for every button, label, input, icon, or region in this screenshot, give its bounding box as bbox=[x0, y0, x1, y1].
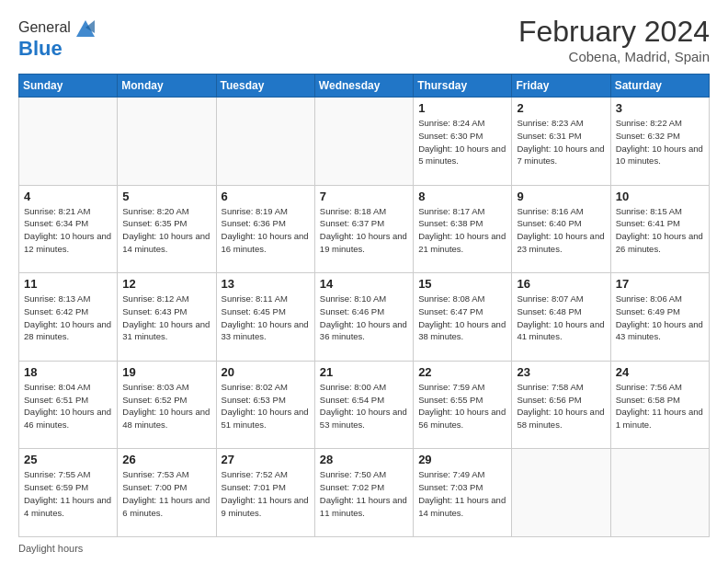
day-number: 16 bbox=[517, 277, 605, 291]
calendar-day-cell: 9Sunrise: 8:16 AM Sunset: 6:40 PM Daylig… bbox=[512, 185, 610, 273]
calendar-day-cell: 12Sunrise: 8:12 AM Sunset: 6:43 PM Dayli… bbox=[118, 273, 216, 362]
day-info: Sunrise: 8:06 AM Sunset: 6:49 PM Dayligh… bbox=[616, 293, 704, 343]
title-location: Cobena, Madrid, Spain bbox=[518, 49, 710, 64]
calendar-header-cell: Monday bbox=[118, 75, 216, 98]
day-info: Sunrise: 8:12 AM Sunset: 6:43 PM Dayligh… bbox=[122, 293, 210, 343]
calendar-day-cell bbox=[610, 449, 709, 537]
day-info: Sunrise: 8:19 AM Sunset: 6:36 PM Dayligh… bbox=[222, 205, 310, 256]
day-number: 9 bbox=[517, 190, 605, 203]
day-info: Sunrise: 7:58 AM Sunset: 6:56 PM Dayligh… bbox=[517, 381, 605, 431]
calendar-day-cell: 18Sunrise: 8:04 AM Sunset: 6:51 PM Dayli… bbox=[19, 361, 118, 449]
calendar-day-cell: 23Sunrise: 7:58 AM Sunset: 6:56 PM Dayli… bbox=[512, 361, 610, 449]
day-info: Sunrise: 8:03 AM Sunset: 6:52 PM Dayligh… bbox=[122, 381, 210, 431]
logo-general: General bbox=[18, 19, 71, 36]
day-number: 14 bbox=[320, 277, 408, 291]
header: General Blue February 2024 Cobena, Madri… bbox=[18, 15, 710, 64]
day-number: 19 bbox=[122, 365, 210, 379]
day-number: 11 bbox=[24, 277, 112, 291]
calendar-day-cell bbox=[118, 98, 216, 186]
day-info: Sunrise: 8:21 AM Sunset: 6:34 PM Dayligh… bbox=[24, 205, 112, 256]
calendar-header-cell: Friday bbox=[512, 75, 610, 98]
day-info: Sunrise: 7:49 AM Sunset: 7:03 PM Dayligh… bbox=[418, 468, 506, 519]
calendar-day-cell bbox=[216, 98, 314, 186]
day-number: 12 bbox=[122, 277, 210, 291]
day-number: 26 bbox=[122, 453, 210, 466]
day-info: Sunrise: 7:56 AM Sunset: 6:58 PM Dayligh… bbox=[616, 381, 704, 431]
calendar-day-cell: 28Sunrise: 7:50 AM Sunset: 7:02 PM Dayli… bbox=[314, 449, 413, 537]
day-info: Sunrise: 8:02 AM Sunset: 6:53 PM Dayligh… bbox=[222, 381, 310, 431]
calendar-day-cell: 1Sunrise: 8:24 AM Sunset: 6:30 PM Daylig… bbox=[414, 98, 512, 186]
day-info: Sunrise: 7:53 AM Sunset: 7:00 PM Dayligh… bbox=[122, 468, 210, 519]
calendar-table: SundayMondayTuesdayWednesdayThursdayFrid… bbox=[18, 74, 710, 537]
calendar-day-cell: 7Sunrise: 8:18 AM Sunset: 6:37 PM Daylig… bbox=[314, 185, 413, 273]
calendar-day-cell: 19Sunrise: 8:03 AM Sunset: 6:52 PM Dayli… bbox=[118, 361, 216, 449]
calendar-day-cell: 13Sunrise: 8:11 AM Sunset: 6:45 PM Dayli… bbox=[216, 273, 314, 362]
calendar-header-cell: Thursday bbox=[414, 75, 512, 98]
day-number: 18 bbox=[24, 365, 112, 379]
calendar-day-cell: 24Sunrise: 7:56 AM Sunset: 6:58 PM Dayli… bbox=[610, 361, 709, 449]
calendar-day-cell: 11Sunrise: 8:13 AM Sunset: 6:42 PM Dayli… bbox=[19, 273, 118, 362]
calendar-day-cell: 5Sunrise: 8:20 AM Sunset: 6:35 PM Daylig… bbox=[118, 185, 216, 273]
calendar-day-cell: 17Sunrise: 8:06 AM Sunset: 6:49 PM Dayli… bbox=[610, 273, 709, 362]
day-number: 27 bbox=[222, 453, 310, 466]
calendar-day-cell: 27Sunrise: 7:52 AM Sunset: 7:01 PM Dayli… bbox=[216, 449, 314, 537]
day-info: Sunrise: 7:50 AM Sunset: 7:02 PM Dayligh… bbox=[320, 468, 408, 519]
day-info: Sunrise: 8:18 AM Sunset: 6:37 PM Dayligh… bbox=[320, 205, 408, 256]
calendar-week-row: 25Sunrise: 7:55 AM Sunset: 6:59 PM Dayli… bbox=[19, 449, 710, 537]
day-number: 15 bbox=[418, 277, 506, 291]
day-number: 4 bbox=[24, 190, 112, 203]
day-number: 8 bbox=[418, 190, 506, 203]
calendar-day-cell: 3Sunrise: 8:22 AM Sunset: 6:32 PM Daylig… bbox=[610, 98, 709, 186]
day-number: 5 bbox=[122, 190, 210, 203]
logo: General Blue bbox=[18, 15, 98, 61]
calendar-header-cell: Saturday bbox=[610, 75, 709, 98]
day-info: Sunrise: 8:15 AM Sunset: 6:41 PM Dayligh… bbox=[616, 205, 704, 256]
calendar-header-cell: Wednesday bbox=[314, 75, 413, 98]
day-number: 17 bbox=[616, 277, 704, 291]
calendar-week-row: 18Sunrise: 8:04 AM Sunset: 6:51 PM Dayli… bbox=[19, 361, 710, 449]
day-number: 3 bbox=[616, 101, 704, 115]
day-number: 1 bbox=[418, 101, 506, 115]
calendar-week-row: 11Sunrise: 8:13 AM Sunset: 6:42 PM Dayli… bbox=[19, 273, 710, 362]
calendar-header-cell: Tuesday bbox=[216, 75, 314, 98]
calendar-day-cell: 21Sunrise: 8:00 AM Sunset: 6:54 PM Dayli… bbox=[314, 361, 413, 449]
calendar-day-cell: 15Sunrise: 8:08 AM Sunset: 6:47 PM Dayli… bbox=[414, 273, 512, 362]
calendar-body: 1Sunrise: 8:24 AM Sunset: 6:30 PM Daylig… bbox=[19, 98, 710, 537]
day-number: 2 bbox=[517, 101, 605, 115]
calendar-week-row: 1Sunrise: 8:24 AM Sunset: 6:30 PM Daylig… bbox=[19, 98, 710, 186]
day-info: Sunrise: 8:17 AM Sunset: 6:38 PM Dayligh… bbox=[418, 205, 506, 256]
day-info: Sunrise: 7:55 AM Sunset: 6:59 PM Dayligh… bbox=[24, 468, 112, 519]
logo-icon bbox=[73, 15, 98, 40]
calendar-day-cell: 4Sunrise: 8:21 AM Sunset: 6:34 PM Daylig… bbox=[19, 185, 118, 273]
day-number: 28 bbox=[320, 453, 408, 466]
day-number: 20 bbox=[222, 365, 310, 379]
footer: Daylight hours bbox=[18, 543, 710, 554]
calendar-day-cell: 10Sunrise: 8:15 AM Sunset: 6:41 PM Dayli… bbox=[610, 185, 709, 273]
calendar-day-cell: 29Sunrise: 7:49 AM Sunset: 7:03 PM Dayli… bbox=[414, 449, 512, 537]
day-info: Sunrise: 8:11 AM Sunset: 6:45 PM Dayligh… bbox=[222, 293, 310, 343]
day-info: Sunrise: 8:22 AM Sunset: 6:32 PM Dayligh… bbox=[616, 117, 704, 167]
calendar-day-cell: 2Sunrise: 8:23 AM Sunset: 6:31 PM Daylig… bbox=[512, 98, 610, 186]
day-info: Sunrise: 8:20 AM Sunset: 6:35 PM Dayligh… bbox=[122, 205, 210, 256]
calendar-day-cell: 8Sunrise: 8:17 AM Sunset: 6:38 PM Daylig… bbox=[414, 185, 512, 273]
calendar-day-cell: 20Sunrise: 8:02 AM Sunset: 6:53 PM Dayli… bbox=[216, 361, 314, 449]
day-number: 23 bbox=[517, 365, 605, 379]
daylight-label: Daylight hours bbox=[18, 543, 83, 554]
calendar-day-cell bbox=[512, 449, 610, 537]
day-info: Sunrise: 8:00 AM Sunset: 6:54 PM Dayligh… bbox=[320, 381, 408, 431]
day-info: Sunrise: 8:10 AM Sunset: 6:46 PM Dayligh… bbox=[320, 293, 408, 343]
calendar-week-row: 4Sunrise: 8:21 AM Sunset: 6:34 PM Daylig… bbox=[19, 185, 710, 273]
day-number: 13 bbox=[222, 277, 310, 291]
title-month: February 2024 bbox=[518, 15, 710, 49]
day-number: 10 bbox=[616, 190, 704, 203]
calendar-day-cell: 6Sunrise: 8:19 AM Sunset: 6:36 PM Daylig… bbox=[216, 185, 314, 273]
calendar-day-cell bbox=[19, 98, 118, 186]
calendar-header-row: SundayMondayTuesdayWednesdayThursdayFrid… bbox=[19, 75, 710, 98]
day-info: Sunrise: 8:04 AM Sunset: 6:51 PM Dayligh… bbox=[24, 381, 112, 431]
calendar-day-cell: 14Sunrise: 8:10 AM Sunset: 6:46 PM Dayli… bbox=[314, 273, 413, 362]
day-info: Sunrise: 8:16 AM Sunset: 6:40 PM Dayligh… bbox=[517, 205, 605, 256]
day-number: 21 bbox=[320, 365, 408, 379]
day-number: 22 bbox=[418, 365, 506, 379]
day-info: Sunrise: 7:52 AM Sunset: 7:01 PM Dayligh… bbox=[222, 468, 310, 519]
day-info: Sunrise: 8:23 AM Sunset: 6:31 PM Dayligh… bbox=[517, 117, 605, 167]
